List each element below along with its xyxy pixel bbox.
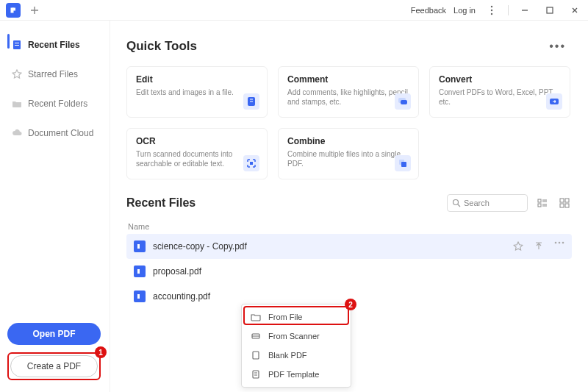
sidebar-item-label: Recent Files [28, 40, 80, 50]
svg-rect-35 [253, 371, 259, 378]
minimize-button[interactable] [516, 2, 534, 18]
popup-item-blank-pdf[interactable]: Blank PDF [242, 346, 351, 365]
folder-icon [12, 99, 22, 109]
svg-point-5 [491, 13, 492, 14]
sidebar-item-label: Document Cloud [28, 128, 93, 138]
more-icon[interactable] [554, 241, 564, 252]
combine-icon [395, 155, 411, 171]
popup-item-from-file[interactable]: From File [242, 307, 351, 327]
open-pdf-button[interactable]: Open PDF [7, 323, 101, 345]
document-icon [12, 40, 22, 50]
annotation-badge-2: 2 [345, 299, 356, 310]
svg-rect-22 [560, 204, 564, 207]
file-row[interactable]: proposal.pdf [126, 259, 572, 284]
sidebar: Recent Files Starred Files Recent Folder… [0, 21, 110, 392]
create-pdf-button[interactable]: Create a PDF [10, 355, 98, 377]
app-logo [6, 3, 21, 18]
template-icon [251, 369, 261, 379]
blank-page-icon [251, 350, 261, 360]
pdf-icon [134, 291, 146, 302]
svg-rect-8 [15, 43, 19, 43]
sidebar-item-recent-folders[interactable]: Recent Folders [6, 93, 102, 115]
maximize-button[interactable] [541, 2, 559, 18]
svg-rect-21 [565, 199, 569, 202]
popup-item-pdf-template[interactable]: PDF Template [242, 365, 351, 384]
tool-title: Edit [136, 74, 258, 85]
svg-rect-23 [565, 204, 569, 207]
svg-rect-12 [401, 100, 407, 104]
new-tab-button[interactable] [26, 2, 43, 18]
upload-icon[interactable] [534, 241, 544, 252]
search-input[interactable]: Search [447, 194, 528, 212]
file-name: accounting.pdf [153, 291, 210, 302]
pdf-icon [134, 240, 146, 252]
tool-title: Comment [287, 74, 409, 85]
popup-item-label: Blank PDF [268, 351, 307, 360]
svg-rect-32 [137, 294, 140, 299]
grid-view-button[interactable] [557, 196, 572, 210]
star-icon [12, 69, 22, 79]
annotation-highlight-1: 1 Create a PDF [7, 352, 101, 380]
svg-rect-30 [137, 269, 140, 274]
ocr-icon [243, 155, 259, 171]
recent-files-title: Recent Files [126, 196, 196, 210]
sidebar-item-label: Recent Folders [28, 99, 87, 109]
file-name: science-copy - Copy.pdf [153, 241, 247, 252]
list-view-button[interactable] [535, 196, 550, 210]
close-button[interactable] [566, 2, 584, 18]
feedback-link[interactable]: Feedback [411, 6, 446, 15]
tool-desc: Edit texts and images in a file. [136, 88, 258, 97]
sidebar-item-starred-files[interactable]: Starred Files [6, 63, 102, 85]
tool-convert[interactable]: Convert Convert PDFs to Word, Excel, PPT… [429, 66, 570, 118]
svg-rect-19 [538, 204, 541, 207]
tool-desc: Add comments, like highlights, pencil an… [287, 88, 409, 107]
create-pdf-popup: 2 From File From Scanner Blank PDF PDF T… [241, 304, 351, 388]
svg-rect-14 [250, 162, 253, 165]
svg-rect-25 [137, 244, 140, 249]
comment-icon [395, 93, 411, 110]
sidebar-item-document-cloud[interactable]: Document Cloud [6, 122, 102, 144]
column-header-name: Name [126, 219, 572, 234]
popup-item-label: From Scanner [268, 332, 320, 341]
annotation-badge-1: 1 [95, 346, 107, 358]
convert-icon [546, 93, 562, 110]
sidebar-item-recent-files[interactable]: Recent Files [6, 34, 102, 56]
svg-point-26 [555, 242, 557, 244]
svg-rect-18 [538, 199, 541, 202]
sidebar-item-label: Starred Files [28, 69, 78, 79]
main-content: Quick Tools ••• Edit Edit texts and imag… [110, 21, 588, 392]
quick-tools-title: Quick Tools [126, 39, 197, 54]
svg-rect-34 [253, 352, 259, 359]
svg-rect-20 [560, 199, 564, 202]
svg-rect-9 [15, 45, 19, 46]
svg-point-27 [559, 242, 561, 244]
tool-title: Convert [439, 74, 561, 85]
tool-desc: Combine multiple files into a single PDF… [287, 149, 409, 168]
svg-rect-2 [12, 7, 15, 10]
login-link[interactable]: Log in [453, 6, 476, 15]
svg-rect-16 [401, 162, 406, 167]
popup-item-from-scanner[interactable]: From Scanner [242, 327, 351, 346]
tool-title: OCR [136, 136, 258, 146]
popup-item-label: PDF Template [268, 370, 320, 379]
search-icon [452, 199, 461, 207]
svg-point-17 [453, 200, 459, 205]
svg-point-28 [562, 242, 564, 244]
file-row[interactable]: science-copy - Copy.pdf [126, 234, 572, 259]
svg-rect-6 [547, 7, 553, 13]
titlebar: Feedback Log in [0, 0, 588, 21]
tool-combine[interactable]: Combine Combine multiple files into a si… [278, 128, 419, 179]
kebab-menu[interactable] [483, 2, 501, 18]
star-icon[interactable] [513, 241, 523, 252]
quick-tools-more[interactable]: ••• [543, 37, 572, 56]
tool-ocr[interactable]: OCR Turn scanned documents into searchab… [126, 128, 268, 179]
svg-point-4 [491, 9, 492, 10]
tool-edit[interactable]: Edit Edit texts and images in a file. [126, 66, 268, 118]
tool-comment[interactable]: Comment Add comments, like highlights, p… [278, 66, 419, 118]
file-name: proposal.pdf [153, 266, 201, 277]
folder-outline-icon [251, 312, 261, 322]
edit-icon [243, 93, 259, 110]
cloud-icon [12, 128, 22, 138]
scanner-icon [251, 331, 261, 341]
pdf-icon [134, 266, 146, 277]
